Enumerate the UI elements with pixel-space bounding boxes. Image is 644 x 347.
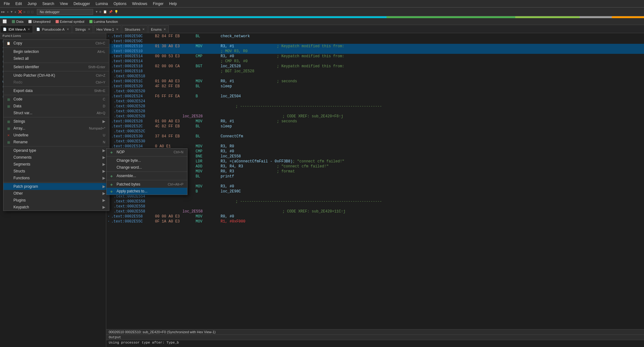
menu-item-patch-program[interactable]: Patch program ▶ <box>3 183 109 190</box>
menu-item-select-identifier[interactable]: Select identifier Shift+Enter <box>3 64 109 70</box>
legend-unexplored: Unexplored <box>28 20 50 23</box>
menu-help[interactable]: Help <box>167 1 179 7</box>
code-content[interactable]: · .text:0002E50C B2 84 FF EB BL check_ne… <box>106 33 644 329</box>
menu-item-functions[interactable]: Functions ▶ <box>3 175 109 181</box>
menu-item-structs[interactable]: Structs ▶ <box>3 168 109 175</box>
menu-item-undefine-label: Undefine <box>13 133 28 137</box>
tab-hex-view-close[interactable]: ✕ <box>116 28 118 31</box>
separator-7 <box>3 146 109 146</box>
menu-item-copy[interactable]: 📋 Copy Ctrl+C <box>3 40 109 47</box>
code-line-38: · .text:0002E55C 0F 1A A0 E3 MOV R1, #0x… <box>106 219 644 224</box>
keypatch-arrow-icon: ▶ <box>102 205 105 209</box>
menu-item-operand-type[interactable]: Operand type ▶ <box>3 147 109 154</box>
menu-item-code-shortcut: C <box>97 97 105 101</box>
menu-windows[interactable]: Windows <box>130 1 150 7</box>
menu-view[interactable]: View <box>57 1 70 7</box>
menu-item-undefine[interactable]: ✕ Undefine U <box>3 132 109 139</box>
code-line-17: .text:0002E528 loc_2E528 ; CODE XREF: su… <box>106 114 644 119</box>
menu-finger[interactable]: Finger <box>150 1 166 7</box>
code-line-14: .text:0002E524 <box>106 99 644 104</box>
tab-hex-view[interactable]: Hex View-1 ✕ <box>94 25 121 33</box>
menu-item-struct-var[interactable]: Struct var... Alt+Q <box>3 110 109 116</box>
menu-item-other[interactable]: Other ▶ <box>3 190 109 197</box>
tab-ida-view[interactable]: 📄 IDA View-A ✕ <box>0 25 33 33</box>
menu-item-strings[interactable]: ▦ Strings ▶ <box>3 118 109 125</box>
tab-pseudocode[interactable]: 📄 Pseudocode-A ✕ <box>33 25 72 33</box>
code-line-36: .text:0002E558 loc_2E558 ; CODE XREF: su… <box>106 209 644 214</box>
menu-options[interactable]: Options <box>111 1 129 7</box>
separator-4 <box>3 86 109 87</box>
code-line-9: .text:0002E518 <box>106 74 644 79</box>
menu-item-redo-shortcut: Ctrl+Y <box>89 80 105 84</box>
menu-item-comments[interactable]: Comments ▶ <box>3 154 109 161</box>
menu-item-struct-var-shortcut: Alt+Q <box>90 111 105 115</box>
array-icon: ▦ <box>6 126 11 131</box>
tab-enums-close[interactable]: ✕ <box>163 28 166 31</box>
tab-enums[interactable]: Enums ✕ <box>148 25 169 33</box>
copy-icon: 📋 <box>6 41 11 46</box>
menu-lumina[interactable]: Lumina <box>93 1 110 7</box>
undefine-icon: ✕ <box>6 133 11 138</box>
patch-program-arrow-icon: ▶ <box>102 184 105 189</box>
separator-5 <box>3 95 109 95</box>
menu-item-copy-label: Copy <box>13 41 22 45</box>
code-line-32: · .text:0002E554 0C 01 00 EA B loc_2E98C <box>106 189 644 194</box>
tab-ida-view-label: IDA View-A <box>8 28 26 31</box>
code-line-35: .text:0002E558 <box>106 204 644 209</box>
menu-item-rename[interactable]: ▦ Rename N <box>3 139 109 145</box>
code-line-6: .text:0002E514 ; CMP R3, #0 <box>106 59 644 64</box>
menu-item-select-all[interactable]: Select all <box>3 55 109 62</box>
menu-item-code[interactable]: ▦ Code C <box>3 96 109 103</box>
color-bar <box>0 16 644 18</box>
menu-item-array-shortcut: Numpad+* <box>83 126 105 130</box>
separator-1 <box>3 47 109 48</box>
tab-strings-close[interactable]: ✕ <box>88 28 90 31</box>
menu-debugger[interactable]: Debugger <box>71 1 92 7</box>
menubar: File Edit Jump Search View Debugger Lumi… <box>0 0 644 8</box>
data-icon: ▦ <box>6 104 11 109</box>
status-info: 00026510 0002E510: sub_2E420+F0 (Synchro… <box>109 330 216 334</box>
tab-pseudocode-close[interactable]: ✕ <box>67 28 69 31</box>
tab-structures[interactable]: Structures ✕ <box>122 25 147 33</box>
context-menu[interactable]: 📋 Copy Ctrl+C Begin selection Alt+L Sele… <box>3 39 109 211</box>
menu-item-struct-var-label: Struct var... <box>13 111 32 115</box>
function-list-header: Functions <box>0 33 106 39</box>
menu-item-comments-label: Comments <box>13 155 32 160</box>
code-line-5: · .text:0002E514 00 00 53 E3 CMP R3, #0 … <box>106 54 644 59</box>
menu-item-undo-patcher-shortcut: Ctrl+Z <box>90 74 105 77</box>
menu-item-array[interactable]: ▦ Array... Numpad+* <box>3 125 109 132</box>
menu-item-segments[interactable]: Segments ▶ <box>3 161 109 168</box>
tab-strings[interactable]: Strings ✕ <box>72 25 93 33</box>
legend-external: External symbol <box>56 20 84 23</box>
code-line-10: · .text:0002E51C 01 00 A0 E3 MOV R0, #1 … <box>106 79 644 84</box>
tab-hex-view-label: Hex View-1 <box>97 28 114 31</box>
code-line-26: · .text:0002E540 4 9F E5 LDR R3, =(aConn… <box>106 159 644 164</box>
menu-search[interactable]: Search <box>40 1 57 7</box>
menu-edit[interactable]: Edit <box>13 1 24 7</box>
menu-item-data-shortcut: D <box>97 104 105 108</box>
tab-structures-close[interactable]: ✕ <box>142 28 145 31</box>
separator-3 <box>3 71 109 71</box>
tab-ida-view-close[interactable]: ✕ <box>27 28 30 31</box>
menu-file[interactable]: File <box>1 1 12 7</box>
menu-item-data[interactable]: ▦ Data D <box>3 103 109 110</box>
menu-item-begin-selection[interactable]: Begin selection Alt+L <box>3 48 109 55</box>
menu-item-keypatch[interactable]: Keypatch ▶ <box>3 204 109 211</box>
menu-item-plugins[interactable]: Plugins ▶ <box>3 197 109 204</box>
menu-item-data-label: Data <box>13 104 21 108</box>
menu-item-other-label: Other <box>13 191 23 196</box>
menu-item-undo-patcher[interactable]: Undo Patcher (Ctrl-Alt-K) Ctrl+Z <box>3 72 109 79</box>
menu-jump[interactable]: Jump <box>25 1 39 7</box>
functions-arrow-icon: ▶ <box>102 176 105 180</box>
code-view: · .text:0002E50C B2 84 FF EB BL check_ne… <box>106 33 644 347</box>
legend-external-label: External symbol <box>60 20 84 23</box>
structs-arrow-icon: ▶ <box>102 169 105 173</box>
output-content: Using processor type after: Type_b <box>106 340 644 345</box>
separator-6 <box>3 117 109 117</box>
code-line-28: · .text:0002E548 0 A0 E1 MOV R0, R3 ; fo… <box>106 169 644 174</box>
menu-item-undo-patcher-label: Undo Patcher (Ctrl-Alt-K) <box>13 73 55 78</box>
menu-item-export-data-label: Export data <box>13 89 32 93</box>
menu-item-functions-label: Functions <box>13 176 30 180</box>
menu-item-export-data[interactable]: Export data Shift+E <box>3 87 109 94</box>
tab-structures-label: Structures <box>125 28 140 31</box>
